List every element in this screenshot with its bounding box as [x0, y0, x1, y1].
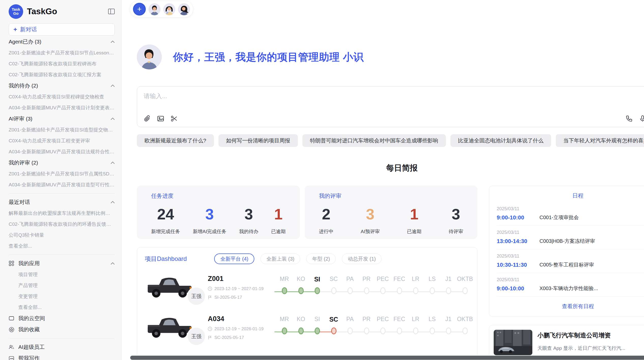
list-item[interactable]: Z001-全新燃油皮卡产品开发项目SI节点Lesson Learn报告 — [9, 47, 115, 58]
greeting: 你好，王强，我是你的项目管理助理 小识 — [137, 44, 644, 69]
milestone-dot[interactable] — [430, 287, 435, 294]
sidebar-item-my-apps[interactable]: 我的应用 — [9, 258, 115, 269]
milestone-dot[interactable] — [397, 327, 402, 334]
news-card[interactable]: 小鹏飞行汽车制造公司增资 天眼查 App 显示，近日广州汇天飞行汽... — [489, 325, 644, 360]
apps-view-all[interactable]: 查看全部... — [9, 302, 115, 313]
milestone-dot[interactable] — [397, 287, 402, 294]
suggestion-chip[interactable]: 欧洲新规最近颁布了什么? — [137, 134, 214, 147]
sidebar-item-favorites[interactable]: 我的收藏 — [9, 324, 115, 335]
chat-input[interactable] — [144, 93, 644, 100]
milestone-dot[interactable] — [430, 327, 435, 334]
milestone-dot[interactable] — [315, 327, 320, 334]
metric[interactable]: 3 新增AI完成任务 — [193, 204, 226, 235]
list-item[interactable]: A034-全新新能源MUV产品开发项目造型可行性评审 — [9, 179, 115, 190]
tab-new-platform[interactable]: 全新平台 (4) — [214, 253, 254, 264]
milestone-label: MR — [276, 316, 292, 325]
schedule-title: 日程 — [497, 192, 644, 200]
milestone-label: LR — [407, 316, 424, 325]
suggestion-chip[interactable]: 如何写一份清晰的项目周报 — [218, 134, 298, 147]
scissors-icon[interactable] — [171, 115, 178, 122]
milestone-dot[interactable] — [380, 287, 386, 294]
list-item[interactable]: C02-飞腾新能源轻客改款项目立项汇报方案 — [9, 69, 115, 80]
recent-chats-view-all[interactable]: 查看全部... — [9, 241, 115, 251]
milestone-dot[interactable] — [331, 287, 336, 294]
milestone-dot[interactable] — [347, 287, 353, 294]
horizontal-scrollbar[interactable] — [130, 355, 644, 360]
list-item[interactable]: C0X4-动力总成开发项目工程变更评审 — [9, 135, 115, 146]
milestone-dot[interactable] — [298, 287, 304, 294]
metric[interactable]: 3 我的待办 — [239, 204, 258, 235]
milestone-dot[interactable] — [380, 327, 386, 334]
metric[interactable]: 1 已逾期 — [271, 204, 286, 235]
metric[interactable]: 2 进行中 — [319, 204, 333, 235]
chevron-up-icon — [111, 41, 115, 43]
microphone-icon[interactable] — [639, 115, 644, 122]
scrollbar-thumb[interactable] — [130, 356, 644, 360]
sidebar-item-cloud-space[interactable]: 我的云空间 — [9, 313, 115, 324]
star-circle-icon — [9, 327, 14, 332]
section-ai-review[interactable]: AI评审 (3) — [9, 113, 115, 124]
list-item[interactable]: A034-全新新能源MUV产品开发项目计划变更表编写 — [9, 102, 115, 113]
milestone-dot[interactable] — [347, 327, 353, 334]
image-icon[interactable] — [157, 115, 164, 122]
sidebar-item-help-write[interactable]: 帮我写作 — [9, 353, 115, 360]
milestone-dot[interactable] — [298, 327, 304, 334]
milestone-dot[interactable] — [331, 327, 336, 334]
metric[interactable]: 3 AI预评审 — [361, 204, 380, 235]
sidebar-item-project-mgmt[interactable]: 项目管理 — [9, 269, 115, 280]
tab-powertrain[interactable]: 动总开发 (1) — [342, 253, 382, 264]
add-agent-button[interactable]: + — [133, 3, 146, 16]
milestone-dot[interactable] — [364, 327, 369, 334]
list-item[interactable]: Z001-全新燃油轻卡产品开发项目SI造型提交物评审 — [9, 124, 115, 135]
project-row[interactable]: 王强 A034 2023-12-19 ~ 2026-01-19 SC-2025-… — [145, 307, 470, 348]
phone-icon[interactable] — [626, 115, 633, 122]
list-item[interactable]: C02-飞腾新能源轻客改款项目里程碑画布 — [9, 58, 115, 69]
milestone-dot[interactable] — [364, 287, 369, 294]
agent-avatar[interactable] — [178, 3, 190, 15]
sidebar-item-product-mgmt[interactable]: 产品管理 — [9, 280, 115, 291]
collapse-sidebar-icon[interactable] — [108, 9, 115, 14]
section-recent-chats[interactable]: 最近对话 — [9, 197, 115, 208]
attachment-icon[interactable] — [144, 115, 151, 122]
agent-avatar[interactable] — [149, 3, 160, 15]
milestone-label: SC — [326, 276, 342, 285]
suggestion-chip[interactable]: 比亚迪全固态电池计划具体说了什么 — [450, 134, 551, 147]
milestone-dot[interactable] — [446, 327, 451, 334]
section-my-review[interactable]: 我的评审 (2) — [9, 157, 115, 168]
milestone-dot[interactable] — [315, 287, 320, 294]
metric[interactable]: 24 新增完成任务 — [151, 204, 180, 235]
sidebar-item-change-mgmt[interactable]: 变更管理 — [9, 291, 115, 302]
list-item[interactable]: C0X4-动力总成开发项目SI里程碑提交物检查 — [9, 91, 115, 102]
recent-chat-item[interactable]: C02-飞腾新能源轻客改款项目的闭环通告反馈情况 — [9, 219, 115, 230]
sidebar-item-ai-staff[interactable]: AI超级员工 — [9, 341, 115, 353]
section-agent-done[interactable]: Agent已办 (3) — [9, 36, 115, 47]
milestone-dot[interactable] — [413, 287, 418, 294]
project-row[interactable]: 王强 Z001 2023-12-19 ~ 2027-01-19 SI-2025-… — [145, 267, 470, 307]
view-all-schedule-link[interactable]: 查看所有日程 — [497, 297, 644, 311]
milestone-dot[interactable] — [446, 287, 451, 294]
milestone-dot[interactable] — [462, 327, 468, 334]
news-image — [494, 330, 532, 355]
milestone-label: KO — [293, 316, 309, 325]
milestone-dot[interactable] — [282, 327, 287, 334]
schedule-date: 2025/03/11 — [497, 253, 644, 259]
suggestion-chip[interactable]: 特朗普可能对进口汽车增税会对中国车企造成哪些影响 — [302, 134, 446, 147]
milestone-label: FEC — [391, 316, 407, 325]
list-item[interactable]: A034-全新新能源MUV产品开发项目法规符合性评审 — [9, 146, 115, 157]
milestone-dot[interactable] — [413, 327, 418, 334]
card-title: 我的评审 — [319, 192, 463, 200]
milestone-dot[interactable] — [462, 287, 468, 294]
list-item[interactable]: Z001-全新燃油轻卡产品开发项目SI节点属性5D文件评审 — [9, 168, 115, 179]
milestone-dot[interactable] — [282, 287, 287, 294]
logo-line1: Task — [12, 7, 20, 11]
agent-avatar[interactable] — [163, 3, 175, 15]
tab-new-body[interactable]: 全新上装 (3) — [260, 253, 300, 264]
recent-chat-item[interactable]: 公司Q3轻卡销量 — [9, 230, 115, 241]
metric[interactable]: 1 已逾期 — [407, 204, 421, 235]
new-chat-button[interactable]: + 新对话 — [9, 23, 115, 36]
recent-chat-item[interactable]: 解释最新出台的欧盟报废车法规再生塑料比例被调至15%... — [9, 208, 115, 219]
section-my-todo[interactable]: 我的待办 (2) — [9, 80, 115, 91]
tab-year-model[interactable]: 年型 (2) — [306, 253, 336, 264]
metric[interactable]: 3 待评审 — [449, 204, 463, 235]
suggestion-chip[interactable]: 当下年轻人对汽车外观有怎样的喜好趋势 — [556, 134, 644, 147]
